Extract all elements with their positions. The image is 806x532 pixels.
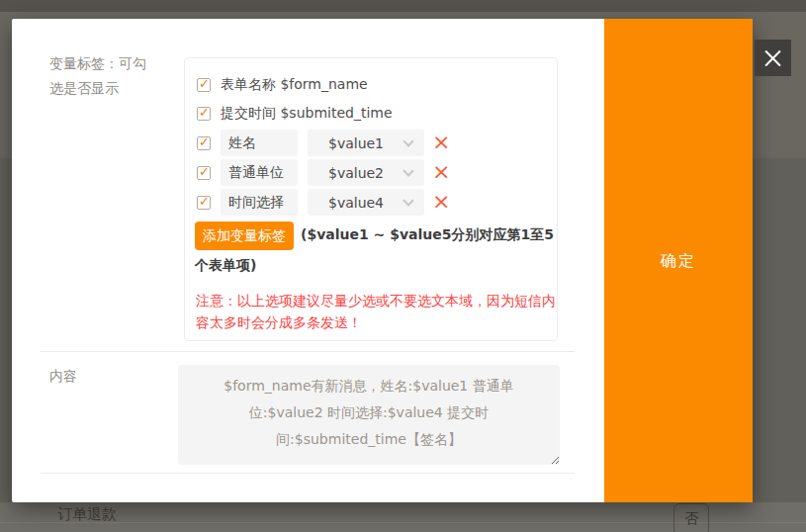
selected-value: $value4 [308,195,404,211]
sms-content-textarea[interactable]: $form_name有新消息，姓名:$value1 普通单位:$value2 时… [178,365,560,465]
variable-row-label: 提交时间 $submited_time [221,105,393,123]
checkbox-checked[interactable] [197,136,211,150]
value-select[interactable]: $value2 [308,159,424,186]
checkbox-checked[interactable] [197,107,211,121]
background-row-label: 订单退款 [57,505,117,524]
delete-icon[interactable] [432,188,450,217]
field-name-box: 姓名 [221,130,298,156]
page-top-band [0,0,806,12]
selected-value: $value1 [308,135,404,151]
sms-variable-dialog: 变量标签：可勾选是否显示 表单名称 $form_name 提交时间 $submi… [12,19,753,502]
section-divider [41,351,575,352]
content-section-label: 内容 [49,368,77,386]
background-no-button[interactable]: 否 [673,503,709,532]
value-select[interactable]: $value4 [308,189,424,216]
sms-warning-text: 注意：以上选项建议尽量少选或不要选文本域，因为短信内容太多时会分成多条发送！ [196,290,558,333]
chevron-down-icon [403,135,413,146]
variable-box: 表单名称 $form_name 提交时间 $submited_time 姓名 $… [184,57,558,341]
field-row-unit: 普通单位 $value2 [197,159,450,186]
field-name-box: 时间选择 [221,189,298,216]
selected-value: $value2 [308,165,404,181]
delete-icon[interactable] [432,129,450,157]
confirm-panel[interactable]: 确定 [604,19,753,502]
chevron-down-icon [403,195,413,206]
variable-section-label: 变量标签：可勾选是否显示 [49,51,152,101]
checkbox-checked[interactable] [197,196,211,210]
confirm-button-label: 确定 [604,251,753,272]
value-select[interactable]: $value1 [308,130,424,156]
variable-row-form-name: 表单名称 $form_name [197,74,368,96]
field-row-time: 时间选择 $value4 [197,189,450,216]
delete-icon[interactable] [432,158,450,187]
field-row-name: 姓名 $value1 [197,130,450,156]
variable-row-submit-time: 提交时间 $submited_time [197,103,393,125]
close-button[interactable] [755,40,791,76]
variable-row-label: 表单名称 $form_name [221,76,368,94]
chevron-down-icon [403,165,413,176]
section-divider [41,473,575,474]
add-variable-line: 添加变量标签($value1 ~ $value5分别对应第1至5个表单项) [195,220,561,281]
field-name-box: 普通单位 [221,159,298,186]
checkbox-checked[interactable] [197,166,211,180]
add-variable-button[interactable]: 添加变量标签 [195,222,294,250]
checkbox-checked[interactable] [197,78,211,92]
